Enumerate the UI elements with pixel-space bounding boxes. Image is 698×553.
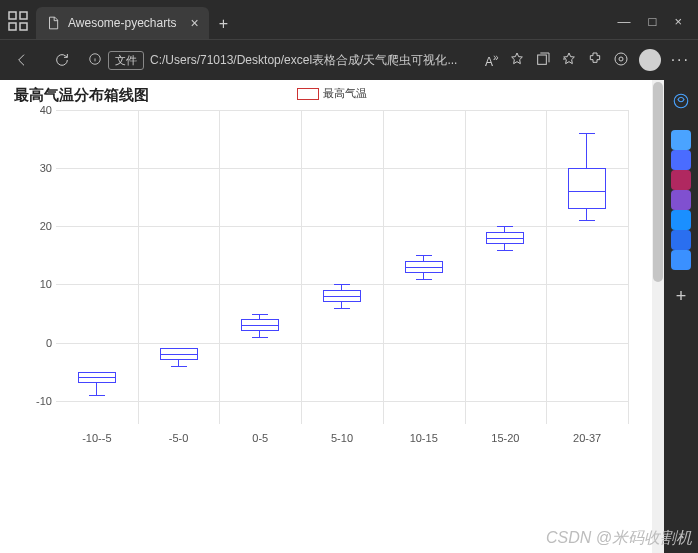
sidebar-app-4[interactable]: [671, 210, 691, 230]
svg-point-8: [674, 94, 688, 108]
x-tick-label: 0-5: [252, 432, 268, 444]
more-menu-button[interactable]: ···: [671, 51, 690, 69]
svg-rect-5: [537, 55, 546, 64]
copilot-icon[interactable]: [672, 92, 690, 114]
toolbar: 文件 C:/Users/71013/Desktop/excel表格合成/天气爬虫…: [0, 40, 698, 80]
x-tick-label: 10-15: [410, 432, 438, 444]
y-tick-label: 20: [22, 220, 52, 232]
legend-label: 最高气温: [323, 86, 367, 101]
info-icon[interactable]: [88, 52, 102, 69]
tab-title: Awesome-pyecharts: [68, 16, 177, 30]
svg-point-7: [619, 57, 623, 61]
sidebar-add-button[interactable]: +: [676, 286, 687, 307]
y-tick-label: 30: [22, 162, 52, 174]
favorites-icon[interactable]: [561, 51, 577, 70]
window-controls: — □ ×: [606, 14, 694, 39]
sidebar-app-6[interactable]: [671, 250, 691, 270]
performance-icon[interactable]: [613, 51, 629, 70]
back-button[interactable]: [8, 46, 36, 74]
y-tick-label: 10: [22, 278, 52, 290]
workspace-icon[interactable]: [6, 9, 30, 33]
chart-area: -10010203040-10--5-5-00-55-1010-1515-202…: [10, 110, 654, 450]
collections-icon[interactable]: [535, 51, 551, 70]
url-scheme-badge: 文件: [108, 51, 144, 70]
titlebar: Awesome-pyecharts × + — □ ×: [0, 0, 698, 40]
svg-rect-1: [20, 12, 27, 19]
star-icon[interactable]: [509, 51, 525, 70]
y-tick-label: -10: [22, 395, 52, 407]
close-window-button[interactable]: ×: [674, 14, 682, 29]
extensions-icon[interactable]: [587, 51, 603, 70]
sidebar-app-0[interactable]: [671, 130, 691, 150]
refresh-button[interactable]: [48, 46, 76, 74]
sidebar-app-1[interactable]: [671, 150, 691, 170]
chart-title: 最高气温分布箱线图: [14, 86, 149, 105]
page-content: 最高气温分布箱线图 最高气温 -10010203040-10--5-5-00-5…: [0, 80, 664, 553]
x-tick-label: 20-37: [573, 432, 601, 444]
url-bar[interactable]: 文件 C:/Users/71013/Desktop/excel表格合成/天气爬虫…: [88, 51, 473, 70]
svg-rect-2: [9, 23, 16, 30]
read-aloud-icon[interactable]: A»: [485, 52, 499, 69]
legend[interactable]: 最高气温: [297, 86, 367, 101]
watermark: CSDN @米码收割机: [546, 528, 692, 549]
svg-rect-0: [9, 12, 16, 19]
x-tick-label: -10--5: [82, 432, 111, 444]
maximize-button[interactable]: □: [649, 14, 657, 29]
y-tick-label: 40: [22, 104, 52, 116]
x-tick-label: 15-20: [491, 432, 519, 444]
close-tab-icon[interactable]: ×: [191, 15, 199, 31]
svg-point-6: [615, 53, 627, 65]
x-tick-label: 5-10: [331, 432, 353, 444]
y-tick-label: 0: [22, 337, 52, 349]
sidebar-app-3[interactable]: [671, 190, 691, 210]
new-tab-button[interactable]: +: [209, 15, 238, 39]
scrollbar[interactable]: [652, 80, 664, 553]
x-tick-label: -5-0: [169, 432, 189, 444]
sidebar-app-2[interactable]: [671, 170, 691, 190]
svg-rect-3: [20, 23, 27, 30]
url-text: C:/Users/71013/Desktop/excel表格合成/天气爬虫可视化…: [150, 52, 457, 69]
legend-marker: [297, 88, 319, 100]
scrollbar-thumb[interactable]: [653, 82, 663, 282]
minimize-button[interactable]: —: [618, 14, 631, 29]
sidebar-app-5[interactable]: [671, 230, 691, 250]
browser-tab[interactable]: Awesome-pyecharts ×: [36, 7, 209, 39]
edge-sidebar: +: [664, 80, 698, 553]
page-icon: [46, 16, 60, 30]
profile-avatar[interactable]: [639, 49, 661, 71]
